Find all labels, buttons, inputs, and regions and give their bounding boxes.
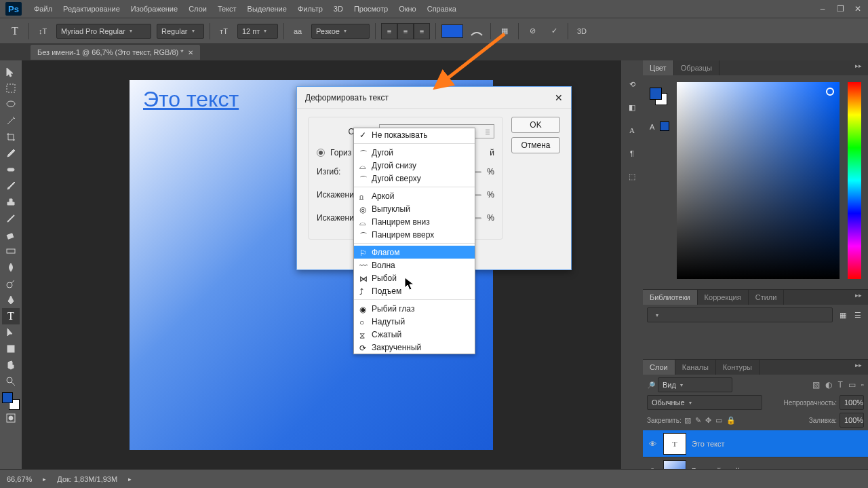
crop-tool[interactable] — [2, 129, 20, 145]
lock-trans-icon[interactable]: ▨ — [684, 416, 691, 425]
style-option-rise[interactable]: ⤴Подъем — [354, 284, 475, 297]
hand-tool[interactable] — [2, 357, 20, 373]
character-icon[interactable]: A — [625, 124, 639, 137]
path-select-tool[interactable] — [2, 324, 20, 341]
dialog-close-icon[interactable]: ✕ — [555, 92, 563, 103]
horizontal-radio[interactable] — [317, 149, 325, 157]
menu-file[interactable]: Файл — [28, 0, 58, 18]
tab-styles[interactable]: Стили — [749, 290, 785, 305]
ab-swatch[interactable] — [660, 121, 669, 131]
list-view-icon[interactable]: ☰ — [852, 309, 864, 321]
align-center-icon[interactable]: ≡ — [397, 23, 414, 39]
menu-3d[interactable]: 3D — [328, 0, 349, 18]
opacity-input[interactable]: 100% — [840, 395, 864, 410]
character-panel-icon[interactable]: ▦ — [496, 23, 513, 39]
lock-move-icon[interactable]: ✥ — [705, 416, 711, 425]
library-dropdown[interactable] — [647, 307, 833, 322]
color-swap[interactable] — [2, 392, 20, 410]
tab-channels[interactable]: Каналы — [675, 360, 716, 375]
window-restore[interactable]: ❐ — [835, 4, 845, 14]
layer-filter-dropdown[interactable]: Вид — [658, 377, 732, 392]
tab-color[interactable]: Цвет — [643, 60, 674, 75]
text-orientation-icon[interactable]: ↕T — [35, 23, 51, 39]
gradient-tool[interactable] — [2, 243, 20, 259]
layer-name[interactable]: Это текст — [692, 440, 725, 448]
window-minimize[interactable]: – — [818, 4, 827, 14]
font-weight-dropdown[interactable]: Regular — [157, 24, 204, 39]
visibility-icon[interactable]: 👁 — [647, 440, 658, 448]
menu-image[interactable]: Изображение — [125, 0, 183, 18]
dodge-tool[interactable] — [2, 276, 20, 292]
style-option-arch[interactable]: ⩍Аркой — [354, 189, 475, 202]
tab-libraries[interactable]: Библиотеки — [643, 290, 698, 305]
eraser-tool[interactable] — [2, 227, 20, 243]
menu-help[interactable]: Справка — [422, 0, 462, 18]
3d-icon[interactable]: 3D — [574, 23, 590, 39]
cancel-icon[interactable]: ⊘ — [524, 23, 540, 39]
lock-nest-icon[interactable]: ▭ — [715, 416, 722, 425]
blur-tool[interactable] — [2, 259, 20, 276]
menu-window[interactable]: Окно — [393, 0, 422, 18]
filter-adjust-icon[interactable]: ◐ — [825, 380, 832, 390]
text-tool[interactable]: T — [2, 308, 20, 324]
menu-filter[interactable]: Фильтр — [292, 0, 328, 18]
tab-layers[interactable]: Слои — [643, 360, 675, 375]
window-close[interactable]: ✕ — [853, 4, 863, 14]
style-option-squeeze[interactable]: ⧖Сжатый — [354, 328, 475, 341]
text-color-swatch[interactable] — [441, 24, 463, 38]
filter-shape-icon[interactable]: ▭ — [848, 380, 856, 390]
font-size-dropdown[interactable]: 12 пт — [237, 24, 278, 39]
menu-select[interactable]: Выделение — [242, 0, 292, 18]
menu-layers[interactable]: Слои — [183, 0, 212, 18]
style-option-inflate[interactable]: ○Надутый — [354, 315, 475, 328]
filter-pixel-icon[interactable]: ▧ — [812, 380, 820, 390]
properties-panel-icon[interactable]: ◧ — [625, 100, 639, 114]
lock-paint-icon[interactable]: ✎ — [695, 416, 701, 425]
style-option-fisheye[interactable]: ◉Рыбий глаз — [354, 302, 475, 315]
history-panel-icon[interactable]: ⟲ — [625, 77, 639, 91]
style-option-wave[interactable]: 〰Волна — [354, 259, 475, 271]
menu-view[interactable]: Просмотр — [349, 0, 393, 18]
commit-icon[interactable]: ✓ — [546, 23, 562, 39]
style-option-arc[interactable]: ⌒Дугой — [354, 146, 475, 159]
document-tab[interactable]: Без имени-1 @ 66,7% (Это текст, RGB/8) *… — [31, 45, 200, 60]
blend-mode-dropdown[interactable]: Обычные — [647, 395, 762, 410]
lock-all-icon[interactable]: 🔒 — [726, 416, 736, 425]
style-option-bulge[interactable]: ◎Выпуклый — [354, 202, 475, 215]
menu-edit[interactable]: Редактирование — [58, 0, 125, 18]
style-option-shell-upper[interactable]: ⌒Панцирем вверх — [354, 228, 475, 241]
fill-input[interactable]: 100% — [840, 413, 864, 428]
tab-paths[interactable]: Контуры — [716, 360, 760, 375]
menu-text[interactable]: Текст — [212, 0, 242, 18]
cancel-button[interactable]: Отмена — [511, 137, 560, 153]
style-option-arc-upper[interactable]: ⌒Дугой сверху — [354, 172, 475, 185]
warp-text-icon[interactable] — [469, 23, 485, 39]
shape-tool[interactable] — [2, 341, 20, 357]
filter-text-icon[interactable]: T — [837, 380, 842, 390]
ok-button[interactable]: OK — [511, 117, 560, 133]
stamp-tool[interactable] — [2, 194, 20, 210]
style-option-none[interactable]: Не показывать — [354, 128, 475, 141]
style-option-flag[interactable]: ⚐Флагом — [354, 246, 475, 259]
collapse-panel-icon-3[interactable]: ▸▸ — [852, 362, 865, 369]
filter-smart-icon[interactable]: ▫ — [861, 380, 864, 390]
align-right-icon[interactable]: ≡ — [414, 23, 430, 39]
zoom-level[interactable]: 66,67% — [7, 475, 32, 483]
eyedropper-tool[interactable] — [2, 145, 20, 162]
style-option-shell-lower[interactable]: ⌓Панцирем вниз — [354, 215, 475, 228]
grid-view-icon[interactable]: ▦ — [837, 309, 849, 321]
paragraph-icon[interactable]: ¶ — [625, 147, 639, 160]
collapse-panel-icon-2[interactable]: ▸▸ — [852, 292, 865, 299]
wand-tool[interactable] — [2, 113, 20, 129]
layer-row[interactable]: 👁 T Это текст — [643, 430, 868, 457]
hue-slider[interactable] — [848, 82, 861, 279]
style-option-arc-lower[interactable]: ⌓Дугой снизу — [354, 159, 475, 172]
lasso-tool[interactable] — [2, 96, 20, 113]
font-family-dropdown[interactable]: Myriad Pro Regular — [56, 24, 151, 39]
heal-tool[interactable] — [2, 162, 20, 178]
style-option-fish[interactable]: ⋈Рыбой — [354, 271, 475, 284]
collapse-panel-icon[interactable]: ▸▸ — [852, 62, 865, 69]
pen-tool[interactable] — [2, 292, 20, 308]
zoom-tool[interactable] — [2, 373, 20, 390]
color-field[interactable] — [677, 82, 840, 279]
